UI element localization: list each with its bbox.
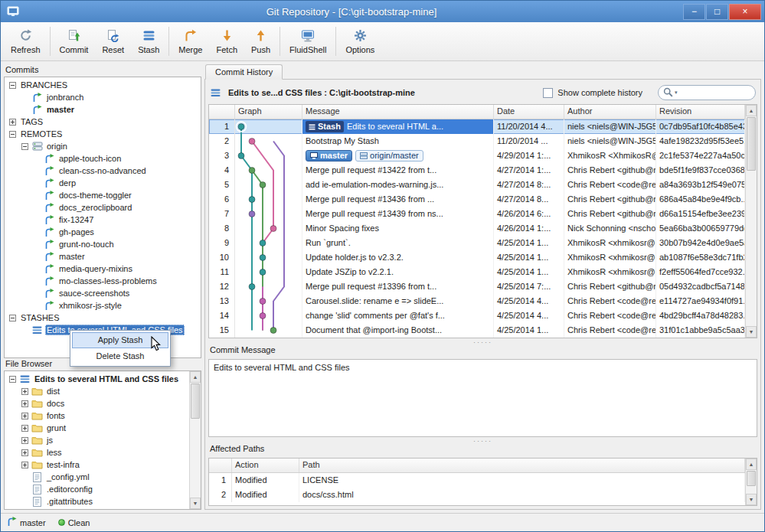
commit-row[interactable]: 12Merge pull request #13396 from t...4/2… <box>209 279 745 294</box>
history-search-input[interactable] <box>679 87 750 98</box>
toolbar-button-merge[interactable]: Merge <box>172 27 209 57</box>
tree-item-gh-pages[interactable]: gh-pages <box>6 226 201 238</box>
commit-row[interactable]: 7Merge pull request #13439 from ns...4/2… <box>209 207 745 221</box>
tree-item-edits-to-several-html-and-css-files[interactable]: Edits to several HTML and CSS files <box>6 373 201 385</box>
ap-column-header-action[interactable]: Action <box>232 459 299 472</box>
collapse-icon[interactable] <box>9 82 16 89</box>
expand-icon[interactable] <box>21 449 28 456</box>
column-header-message[interactable]: Message <box>302 105 494 119</box>
tree-item-js[interactable]: js <box>6 434 201 446</box>
commit-table-scrollbar[interactable]: ▲ ▼ <box>745 105 757 338</box>
column-header-num[interactable] <box>209 105 235 119</box>
tree-item-docs-zeroclipboard[interactable]: docs_zeroclipboard <box>6 201 201 214</box>
tree-item-fix-13247[interactable]: fix-13247 <box>6 214 201 226</box>
toolbar-button-commit[interactable]: Commit <box>53 27 96 57</box>
commit-row[interactable]: 9Run `grunt`.4/25/2014 1...XhmikosR <xhm… <box>209 236 745 250</box>
toolbar-button-push[interactable]: Push <box>244 27 277 57</box>
tree-item-master[interactable]: master <box>6 103 201 116</box>
toolbar-button-stash[interactable]: Stash <box>131 27 166 57</box>
scroll-thumb[interactable] <box>191 383 200 419</box>
history-search[interactable]: ▾ <box>658 85 756 100</box>
tree-item-branches[interactable]: BRANCHES <box>6 79 201 91</box>
collapse-icon[interactable] <box>9 315 16 321</box>
commit-row[interactable]: 8Minor Spacing fixes4/26/2014 1:...Nick … <box>209 221 745 236</box>
commit-row[interactable]: 3masterorigin/master4/29/2014 1:...Xhmik… <box>209 149 745 163</box>
tree-item-docs[interactable]: docs <box>6 397 201 410</box>
ap-column-header-num[interactable] <box>209 459 232 472</box>
expand-icon[interactable] <box>21 400 28 407</box>
toolbar-button-refresh[interactable]: Refresh <box>4 27 47 57</box>
tree-item-sauce-screenshots[interactable]: sauce-screenshots <box>6 287 201 299</box>
tree-item-fonts[interactable]: fonts <box>6 410 201 422</box>
scroll-down-button[interactable]: ▼ <box>746 326 757 338</box>
commit-message-box[interactable]: Edits to several HTML and CSS files <box>208 359 757 437</box>
expand-icon[interactable] <box>21 437 28 444</box>
tree-item-grunt-no-touch[interactable]: grunt-no-touch <box>6 238 201 250</box>
tree-item-master[interactable]: master <box>6 250 201 263</box>
tree-item-media-query-mixins[interactable]: media-query-mixins <box>6 263 201 275</box>
tree-item-remotes[interactable]: REMOTES <box>6 128 201 140</box>
toolbar-button-fluidshell[interactable]: FluidShell <box>283 27 333 57</box>
tree-item-docs-theme-toggler[interactable]: docs-theme-toggler <box>6 189 201 201</box>
expand-icon[interactable] <box>9 119 16 126</box>
splitter-handle[interactable]: ····· <box>208 437 757 444</box>
commit-row[interactable]: 15Document that @import-ing Bootst...4/2… <box>209 323 745 338</box>
column-header-revision[interactable]: Revision <box>656 105 745 119</box>
tree-item-gitattributes[interactable]: .gitattributes <box>6 495 201 508</box>
ap-column-header-path[interactable]: Path <box>299 459 745 472</box>
commit-row[interactable]: 13Carousel.slide: rename e => slideE...4… <box>209 294 745 308</box>
column-header-graph[interactable]: Graph <box>235 105 302 119</box>
commit-row[interactable]: 14change 'slid' comments per @fat's f...… <box>209 308 745 323</box>
column-header-author[interactable]: Author <box>564 105 656 119</box>
affected-path-row[interactable]: 1ModifiedLICENSE <box>209 473 745 488</box>
splitter-handle[interactable]: ····· <box>208 338 757 345</box>
tree-item-jonbranch[interactable]: jonbranch <box>6 91 201 103</box>
commit-row[interactable]: 11Update JSZip to v2.2.1.4/25/2014 1...X… <box>209 265 745 279</box>
tree-item-less[interactable]: less <box>6 446 201 459</box>
tree-item-editorconfig[interactable]: .editorconfig <box>6 483 201 495</box>
commit-row[interactable]: 2Bootstrap My Stash11/20/2014 ...niels <… <box>209 134 745 149</box>
toolbar-button-options[interactable]: Options <box>338 27 381 57</box>
tree-item-origin[interactable]: origin <box>6 140 201 152</box>
search-options-caret[interactable]: ▾ <box>675 90 678 96</box>
tree-item-dist[interactable]: dist <box>6 385 201 397</box>
scroll-down-button[interactable]: ▼ <box>190 498 201 509</box>
scroll-up-button[interactable]: ▲ <box>746 105 757 116</box>
tree-item-xhmikosr-js-style[interactable]: xhmikosr-js-style <box>6 299 201 312</box>
expand-icon[interactable] <box>21 413 28 419</box>
affected-paths-scrollbar[interactable]: ▲ ▼ <box>745 459 757 505</box>
commit-row[interactable]: 10Update holder.js to v2.3.2.4/25/2014 1… <box>209 250 745 265</box>
expand-icon[interactable] <box>21 462 28 468</box>
toolbar-button-fetch[interactable]: Fetch <box>210 27 245 57</box>
titlebar[interactable]: Git Repository - [C:\git-bootstrap-mine]… <box>1 1 764 22</box>
tree-item-stashes[interactable]: STASHES <box>6 312 201 324</box>
tree-item-grunt[interactable]: grunt <box>6 422 201 434</box>
show-complete-history-checkbox[interactable] <box>543 88 553 98</box>
column-header-date[interactable]: Date <box>494 105 564 119</box>
tree-item-config-yml[interactable]: _config.yml <box>6 471 201 483</box>
tree-item-tags[interactable]: TAGS <box>6 116 201 128</box>
tree-item-clean-css-no-advanced[interactable]: clean-css-no-advanced <box>6 165 201 177</box>
expand-icon[interactable] <box>21 425 28 432</box>
minimize-button[interactable]: − <box>683 4 705 20</box>
scroll-down-button[interactable]: ▼ <box>746 494 757 505</box>
scroll-thumb[interactable] <box>747 117 756 171</box>
tab-commit-history[interactable]: Commit History <box>205 64 283 80</box>
commit-row[interactable]: 6Merge pull request #13436 from ...4/27/… <box>209 192 745 207</box>
commit-row[interactable]: 5add ie-emulation-modes-warning.js...4/2… <box>209 178 745 192</box>
file-browser-scrollbar[interactable]: ▲ ▼ <box>189 371 201 509</box>
collapse-icon[interactable] <box>9 376 16 383</box>
scroll-up-button[interactable]: ▲ <box>746 459 757 470</box>
affected-path-row[interactable]: 2Modifieddocs/css.html <box>209 488 745 502</box>
maximize-button[interactable]: □ <box>706 4 728 20</box>
collapse-icon[interactable] <box>9 131 16 138</box>
collapse-icon[interactable] <box>21 143 28 150</box>
commit-row[interactable]: 4Merge pull request #13422 from t...4/27… <box>209 163 745 178</box>
commit-row[interactable]: 1StashEdits to several HTML a...11/20/20… <box>209 119 745 134</box>
tree-item-mo-classes-less-problems[interactable]: mo-classes-less-problems <box>6 275 201 287</box>
tree-item-derp[interactable]: derp <box>6 177 201 189</box>
close-button[interactable]: × <box>729 4 761 20</box>
tree-item-apple-touch-icon[interactable]: apple-touch-icon <box>6 152 201 165</box>
scroll-thumb[interactable] <box>747 471 756 486</box>
tree-item-test-infra[interactable]: test-infra <box>6 459 201 471</box>
